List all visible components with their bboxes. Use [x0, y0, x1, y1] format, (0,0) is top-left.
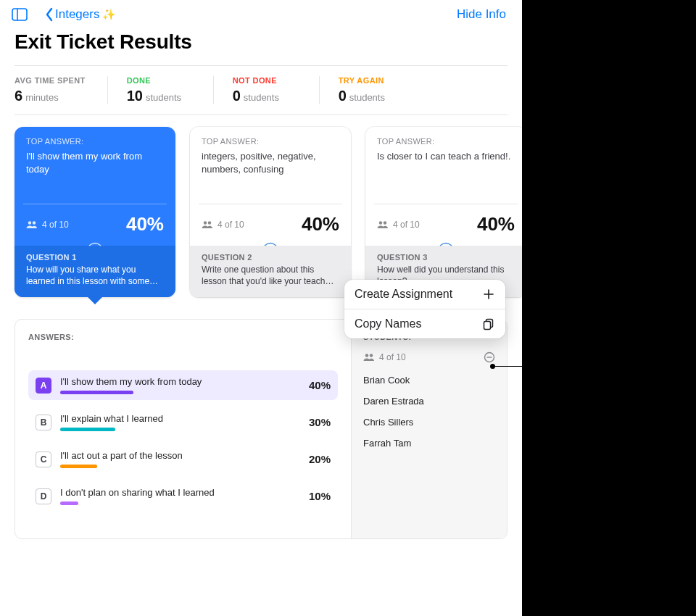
menu-item-label: Create Assignment: [355, 288, 452, 301]
answers-panel: ANSWERS: A I'll show them my work from t…: [15, 320, 351, 538]
respondent-count: 4 of 10: [42, 220, 69, 230]
stats-strip: AVG TIME SPENT 6minutes DONE 10students …: [0, 66, 522, 115]
student-name[interactable]: Daren Estrada: [363, 396, 495, 407]
sidebar-toggle-icon[interactable]: [12, 8, 28, 21]
answer-percent: 40%: [126, 213, 164, 236]
student-name[interactable]: Farrah Tam: [363, 438, 495, 449]
students-count: 4 of 10: [379, 352, 406, 362]
question-text: How will you share what you learned in t…: [26, 265, 164, 287]
svg-rect-11: [484, 322, 491, 330]
answer-option-a[interactable]: A I'll show them my work from today 40%: [28, 370, 338, 400]
question-card-3[interactable]: TOP ANSWER: Is closer to I can teach a f…: [365, 127, 522, 297]
callout-line: [493, 366, 522, 367]
svg-point-4: [204, 221, 207, 224]
stat-not-done: NOT DONE 0students: [233, 76, 320, 104]
answer-bar: [60, 465, 97, 468]
answer-percent: 40%: [477, 213, 515, 236]
answer-text: I don't plan on sharing what I learned: [60, 487, 290, 498]
answer-option-b[interactable]: B I'll explain what I learned 30%: [28, 407, 338, 437]
student-names-list: Brian Cook Daren Estrada Chris Sillers F…: [363, 375, 495, 449]
top-answer-text: Is closer to I can teach a friend!.: [377, 150, 515, 163]
answer-bar: [60, 391, 133, 394]
menu-item-label: Copy Names: [355, 317, 421, 330]
chevron-left-icon: [45, 7, 54, 22]
copy-icon: [482, 317, 495, 330]
chevron-up-icon: [439, 242, 452, 246]
respondent-count: 4 of 10: [218, 220, 244, 230]
stat-unit: students: [146, 92, 181, 103]
svg-point-2: [28, 221, 31, 224]
back-button[interactable]: Integers ✨: [45, 7, 116, 22]
svg-point-5: [208, 221, 211, 224]
answer-percent: 20%: [299, 453, 331, 465]
svg-point-7: [384, 221, 386, 224]
answer-percent: 40%: [299, 379, 331, 391]
question-text: Write one question about this lesson tha…: [202, 265, 339, 287]
sparkle-icon: ✨: [102, 8, 116, 21]
chevron-up-icon: [88, 242, 102, 246]
people-icon: [202, 220, 213, 229]
menu-copy-names[interactable]: Copy Names: [344, 309, 505, 338]
stat-value: 0: [339, 88, 347, 104]
plus-icon: [482, 288, 495, 301]
stat-unit: students: [349, 92, 385, 103]
context-menu: Create Assignment Copy Names: [344, 280, 505, 338]
student-name[interactable]: Brian Cook: [363, 375, 495, 386]
students-panel: Create Assignment Copy Names STUDENTS:: [351, 320, 507, 538]
stat-done: DONE 10students: [127, 76, 214, 104]
students-count-row: 4 of 10: [363, 351, 495, 363]
selected-card-pointer: [86, 296, 104, 304]
student-name[interactable]: Chris Sillers: [363, 417, 495, 428]
question-card-2[interactable]: TOP ANSWER: integers, positive, negative…: [190, 127, 351, 297]
stat-unit: minutes: [25, 92, 59, 103]
back-label: Integers: [55, 7, 99, 22]
stat-label: NOT DONE: [233, 76, 297, 85]
chevron-up-icon: [264, 242, 277, 246]
app-window: Integers ✨ Hide Info Exit Ticket Results…: [0, 0, 522, 616]
answer-percent: 40%: [302, 213, 339, 236]
answer-option-c[interactable]: C I'll act out a part of the lesson 20%: [28, 444, 338, 474]
top-nav: Integers ✨ Hide Info: [0, 0, 522, 26]
page-title: Exit Ticket Results: [0, 26, 522, 65]
stat-value: 0: [233, 88, 241, 104]
answer-bar: [60, 428, 115, 431]
answers-students-panel: ANSWERS: A I'll show them my work from t…: [14, 319, 508, 539]
menu-create-assignment[interactable]: Create Assignment: [344, 280, 505, 309]
respondent-count: 4 of 10: [393, 220, 420, 230]
question-cards-row[interactable]: TOP ANSWER: I'll show them my work from …: [0, 115, 522, 297]
stat-try-again: TRY AGAIN 0students: [339, 76, 426, 104]
question-label: QUESTION 3: [377, 253, 515, 262]
stat-label: DONE: [127, 76, 191, 85]
svg-rect-0: [12, 9, 27, 20]
top-answer-label: TOP ANSWER:: [202, 137, 339, 146]
question-label: QUESTION 1: [26, 253, 164, 262]
stat-label: TRY AGAIN: [339, 76, 404, 85]
answer-percent: 10%: [299, 490, 331, 502]
more-options-icon[interactable]: [484, 351, 495, 363]
answers-header: ANSWERS:: [28, 333, 338, 341]
stat-value: 6: [14, 88, 22, 104]
hide-info-button[interactable]: Hide Info: [457, 7, 506, 22]
svg-point-3: [33, 221, 36, 224]
answer-option-d[interactable]: D I don't plan on sharing what I learned…: [28, 481, 338, 511]
people-icon: [26, 220, 38, 229]
stat-avg-time: AVG TIME SPENT 6minutes: [14, 76, 108, 104]
stat-unit: students: [244, 92, 279, 103]
people-icon: [363, 353, 375, 362]
answer-percent: 30%: [299, 416, 331, 428]
question-label: QUESTION 2: [202, 253, 339, 262]
answer-bar: [60, 501, 78, 505]
top-answer-text: I'll show them my work from today: [26, 150, 164, 175]
top-answer-label: TOP ANSWER:: [26, 137, 164, 146]
stat-value: 10: [127, 88, 143, 104]
svg-point-6: [379, 221, 382, 224]
people-icon: [377, 220, 389, 229]
answer-letter: C: [36, 451, 51, 467]
answer-letter: B: [36, 415, 51, 430]
answer-text: I'll show them my work from today: [60, 376, 290, 387]
top-answer-label: TOP ANSWER:: [377, 137, 515, 146]
answer-text: I'll act out a part of the lesson: [60, 450, 290, 461]
stat-label: AVG TIME SPENT: [14, 76, 86, 85]
question-card-1[interactable]: TOP ANSWER: I'll show them my work from …: [14, 127, 175, 297]
svg-point-13: [370, 354, 373, 357]
